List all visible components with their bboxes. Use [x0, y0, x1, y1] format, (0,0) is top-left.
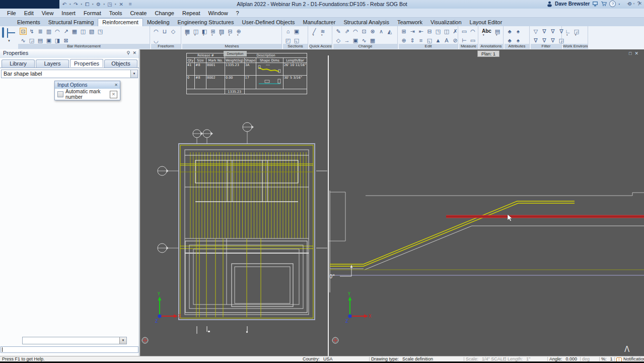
- tool-icon[interactable]: ⇥: [409, 28, 416, 35]
- ribbon-tab-teamwork[interactable]: Teamwork: [393, 19, 426, 26]
- chevron-down-icon[interactable]: ▾: [186, 31, 187, 38]
- chevron-down-icon[interactable]: ▾: [203, 31, 204, 38]
- tool-icon[interactable]: Abc▾: [481, 28, 492, 35]
- tool-icon[interactable]: ♣: [506, 37, 513, 44]
- chevron-down-icon[interactable]: ▾: [220, 31, 222, 38]
- tool-icon[interactable]: ∿: [20, 37, 27, 44]
- tool-icon[interactable]: ⇕: [409, 37, 416, 44]
- tool-icon[interactable]: ≡: [417, 37, 424, 44]
- tool-icon[interactable]: ⊠: [62, 37, 69, 44]
- tool-icon[interactable]: ⇗: [343, 28, 350, 35]
- tool-icon[interactable]: ▣: [293, 28, 300, 35]
- tool-icon[interactable]: ▤▾: [494, 28, 501, 35]
- tool-icon[interactable]: ⊘: [452, 37, 459, 44]
- ribbon-tab-layout-editor[interactable]: Layout Editor: [466, 19, 507, 26]
- chevron-down-icon[interactable]: ▾: [229, 31, 230, 38]
- tool-icon[interactable]: ◰: [284, 37, 292, 44]
- tool-icon[interactable]: ◠: [469, 28, 476, 35]
- tool-icon[interactable]: ◇: [335, 37, 342, 44]
- bottom-combobox[interactable]: ▼: [22, 337, 127, 344]
- ribbon-option-icon-1[interactable]: ?: [637, 1, 640, 7]
- tool-icon[interactable]: ∇: [549, 28, 556, 35]
- help-dropdown-icon[interactable]: ▾: [618, 3, 620, 6]
- ribbon-tab-elements[interactable]: Elements: [13, 19, 44, 26]
- mark-number-icon[interactable]: ✕: [110, 91, 117, 98]
- tool-icon[interactable]: ⊕: [400, 37, 407, 44]
- chevron-down-icon[interactable]: ▾: [575, 31, 577, 38]
- tool-icon[interactable]: ▦▾: [184, 28, 191, 35]
- tool-icon[interactable]: ◳: [435, 28, 442, 35]
- menu-item-window[interactable]: Window: [204, 10, 232, 17]
- menu-item-format[interactable]: Format: [80, 10, 105, 17]
- chevron-down-icon[interactable]: ▾: [321, 31, 323, 38]
- menu-item-file[interactable]: File: [3, 10, 20, 17]
- tool-icon[interactable]: ▣: [352, 37, 359, 44]
- pin-icon[interactable]: ⚲: [126, 50, 130, 55]
- chevron-down-icon[interactable]: ▼: [119, 337, 126, 344]
- tool-icon[interactable]: ◲: [28, 37, 35, 44]
- tool-icon[interactable]: ▲: [435, 37, 442, 44]
- tool-icon[interactable]: ◠: [54, 28, 61, 35]
- tool-icon[interactable]: ▦: [369, 37, 376, 44]
- monitor-icon[interactable]: [592, 1, 598, 7]
- tool-icon[interactable]: ◫▾: [192, 28, 199, 35]
- tool-icon[interactable]: ⊞: [400, 28, 407, 35]
- menu-item-view[interactable]: View: [38, 10, 58, 17]
- menu-item-change[interactable]: Change: [151, 10, 178, 17]
- menu-item-tools[interactable]: Tools: [105, 10, 126, 17]
- tool-icon[interactable]: ⊡: [20, 28, 27, 35]
- tool-icon[interactable]: ▭: [469, 37, 476, 44]
- panel-tab-layers[interactable]: Layers: [36, 59, 69, 68]
- user-name[interactable]: Dave Brewster: [555, 1, 590, 7]
- window-layout-selector[interactable]: ▼: [2, 28, 16, 47]
- viewport-close-icon[interactable]: ✕: [634, 51, 638, 56]
- tool-icon[interactable]: ↗: [62, 28, 69, 35]
- tool-icon[interactable]: ▣: [45, 37, 52, 44]
- chevron-down-icon[interactable]: ▾: [194, 31, 196, 38]
- tool-icon[interactable]: ⊟: [426, 28, 433, 35]
- tool-icon[interactable]: ◧▾: [201, 28, 208, 35]
- tool-icon[interactable]: ▤: [37, 37, 44, 44]
- tool-icon[interactable]: ▭: [461, 28, 468, 35]
- close-icon[interactable]: ✕: [132, 50, 136, 55]
- tool-icon[interactable]: ⊔: [161, 28, 168, 35]
- chevron-down-icon[interactable]: ▾: [483, 31, 484, 38]
- tool-icon[interactable]: →: [343, 37, 350, 44]
- tool-icon[interactable]: ◭: [386, 28, 393, 35]
- tool-icon[interactable]: ◫: [80, 28, 87, 35]
- chevron-down-icon[interactable]: ▾: [566, 31, 568, 38]
- tool-icon[interactable]: ∇: [541, 37, 548, 44]
- close-icon[interactable]: ✕: [114, 81, 118, 89]
- drawing-canvas[interactable]: YXZ 0"YXZΛ Release #DescriptionQtySizeMa…: [140, 49, 644, 356]
- viewport-divider[interactable]: [328, 55, 329, 356]
- ribbon-tab-modeling[interactable]: Modeling: [143, 19, 174, 26]
- tool-icon[interactable]: ◱: [293, 37, 300, 44]
- tool-icon[interactable]: ⇤: [417, 28, 424, 35]
- help-icon[interactable]: ?: [609, 1, 616, 7]
- tool-icon[interactable]: A: [443, 37, 450, 44]
- dialog-line-input[interactable]: [1, 346, 138, 353]
- tool-icon[interactable]: ▥: [45, 28, 52, 35]
- ribbon-tab-structural-analysis[interactable]: Structural Analysis: [339, 19, 393, 26]
- chevron-down-icon[interactable]: ▾: [496, 31, 497, 38]
- chevron-down-icon[interactable]: ▾: [313, 31, 314, 38]
- chevron-down-icon[interactable]: ▾: [211, 31, 213, 38]
- tool-icon[interactable]: ⌂: [284, 28, 292, 35]
- tool-icon[interactable]: ◳: [97, 28, 104, 35]
- input-options-titlebar[interactable]: Input Options ✕: [55, 81, 120, 89]
- ribbon-tab-visualization[interactable]: Visualization: [426, 19, 466, 26]
- tool-icon[interactable]: ◇: [170, 28, 177, 35]
- tool-icon[interactable]: ↯: [28, 28, 35, 35]
- automatic-mark-number-checkbox[interactable]: [57, 91, 63, 97]
- tool-icon[interactable]: ▦: [71, 28, 78, 35]
- chevron-down-icon[interactable]: ▾: [237, 31, 239, 38]
- tool-icon[interactable]: ⊗: [369, 28, 376, 35]
- tool-icon[interactable]: ⊢: [461, 37, 468, 44]
- tool-icon[interactable]: ▧: [88, 28, 95, 35]
- tool-icon[interactable]: ✎: [335, 28, 342, 35]
- ribbon-option-icon-0[interactable]: ⚙: [627, 1, 632, 7]
- ribbon-tab-user-defined-objects[interactable]: User-Defined Objects: [238, 19, 299, 26]
- tool-icon[interactable]: ♠: [515, 37, 522, 44]
- chevron-down-icon[interactable]: ▼: [130, 70, 137, 78]
- panel-tab-objects[interactable]: Objects: [104, 59, 137, 68]
